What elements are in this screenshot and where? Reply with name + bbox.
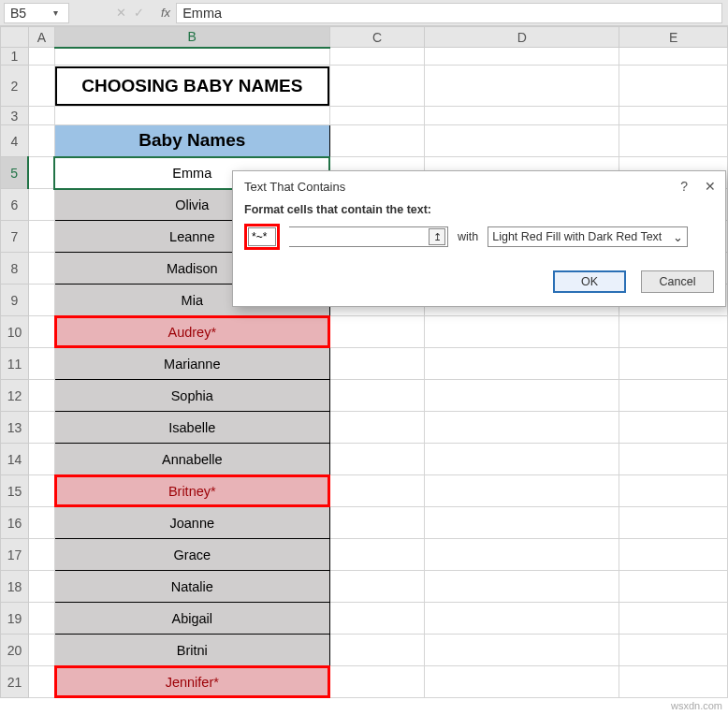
cell[interactable]: [28, 125, 54, 157]
cell[interactable]: [28, 189, 54, 221]
col-header-A[interactable]: A: [28, 27, 54, 48]
cell[interactable]: [619, 48, 728, 66]
table-header-cell[interactable]: Baby Names: [54, 125, 329, 157]
cell[interactable]: [329, 125, 425, 157]
cell[interactable]: [28, 603, 54, 635]
row-header-1[interactable]: 1: [1, 48, 29, 66]
col-header-C[interactable]: C: [329, 27, 425, 48]
name-cell[interactable]: Audrey*: [54, 316, 329, 348]
cell[interactable]: [619, 107, 728, 125]
name-cell[interactable]: Britney*: [54, 475, 329, 507]
cell[interactable]: [619, 348, 728, 380]
cell[interactable]: [329, 603, 425, 635]
cell[interactable]: [619, 666, 728, 698]
cell[interactable]: [28, 412, 54, 444]
row-header-3[interactable]: 3: [1, 107, 29, 125]
cell[interactable]: [425, 107, 619, 125]
cell[interactable]: [329, 571, 425, 603]
row-header-9[interactable]: 9: [1, 285, 29, 316]
cell[interactable]: [28, 475, 54, 507]
cell[interactable]: [619, 475, 728, 507]
cell[interactable]: [329, 107, 425, 125]
name-cell[interactable]: Jennifer*: [54, 666, 329, 698]
cell[interactable]: [425, 475, 619, 507]
col-header-B[interactable]: B: [54, 27, 329, 48]
cell[interactable]: [425, 316, 619, 348]
row-header-7[interactable]: 7: [1, 221, 29, 253]
cell[interactable]: [28, 444, 54, 475]
row-header-18[interactable]: 18: [1, 571, 29, 603]
cell[interactable]: [28, 316, 54, 348]
cell[interactable]: [28, 507, 54, 539]
row-header-21[interactable]: 21: [1, 666, 29, 698]
cell[interactable]: [619, 603, 728, 635]
row-header-19[interactable]: 19: [1, 603, 29, 635]
cell[interactable]: [619, 444, 728, 475]
cell[interactable]: [329, 48, 425, 66]
row-header-5[interactable]: 5: [1, 157, 29, 189]
cell[interactable]: [329, 444, 425, 475]
row-header-12[interactable]: 12: [1, 380, 29, 412]
cell[interactable]: [619, 539, 728, 571]
cell[interactable]: [329, 635, 425, 666]
cell[interactable]: [329, 66, 425, 107]
cell[interactable]: [54, 107, 329, 125]
col-header-D[interactable]: D: [425, 27, 619, 48]
cell[interactable]: [28, 253, 54, 285]
row-header-8[interactable]: 8: [1, 253, 29, 285]
cell[interactable]: [54, 48, 329, 66]
row-header-10[interactable]: 10: [1, 316, 29, 348]
row-header-15[interactable]: 15: [1, 475, 29, 507]
cell[interactable]: [619, 66, 728, 107]
dialog-titlebar[interactable]: Text That Contains ? ✕: [233, 171, 725, 199]
contains-text-input-extend[interactable]: ↥: [289, 226, 448, 247]
cell[interactable]: [329, 412, 425, 444]
close-icon[interactable]: ✕: [705, 179, 716, 194]
cell[interactable]: [28, 157, 54, 189]
cell[interactable]: [28, 221, 54, 253]
row-header-16[interactable]: 16: [1, 507, 29, 539]
name-cell[interactable]: Isabelle: [54, 412, 329, 444]
cell[interactable]: [619, 125, 728, 157]
name-box[interactable]: B5 ▾: [4, 3, 69, 23]
name-cell[interactable]: Annabelle: [54, 444, 329, 475]
cell[interactable]: [28, 539, 54, 571]
cell[interactable]: [619, 571, 728, 603]
name-cell[interactable]: Sophia: [54, 380, 329, 412]
cell[interactable]: [619, 412, 728, 444]
title-cell[interactable]: CHOOSING BABY NAMES: [54, 66, 329, 107]
row-header-13[interactable]: 13: [1, 412, 29, 444]
cell[interactable]: [619, 635, 728, 666]
cell[interactable]: [425, 666, 619, 698]
row-header-11[interactable]: 11: [1, 348, 29, 380]
cell[interactable]: [425, 66, 619, 107]
cell[interactable]: [329, 475, 425, 507]
cell[interactable]: [329, 316, 425, 348]
cell[interactable]: [425, 603, 619, 635]
select-all-corner[interactable]: [1, 27, 29, 48]
row-header-17[interactable]: 17: [1, 539, 29, 571]
cell[interactable]: [425, 444, 619, 475]
row-header-14[interactable]: 14: [1, 444, 29, 475]
row-header-6[interactable]: 6: [1, 189, 29, 221]
cell[interactable]: [619, 380, 728, 412]
cell[interactable]: [28, 380, 54, 412]
dialog-help-icon[interactable]: ?: [680, 179, 688, 194]
name-cell[interactable]: Grace: [54, 539, 329, 571]
cell[interactable]: [329, 666, 425, 698]
row-header-2[interactable]: 2: [1, 66, 29, 107]
formula-bar[interactable]: Emma: [176, 3, 722, 23]
cell[interactable]: [329, 348, 425, 380]
row-header-4[interactable]: 4: [1, 125, 29, 157]
format-select[interactable]: Light Red Fill with Dark Red Text ⌄: [488, 226, 688, 247]
cell[interactable]: [329, 539, 425, 571]
confirm-entry-icon[interactable]: ✓: [134, 6, 144, 20]
cell[interactable]: [28, 571, 54, 603]
ok-button[interactable]: OK: [553, 270, 626, 293]
name-cell[interactable]: Natalie: [54, 571, 329, 603]
row-header-20[interactable]: 20: [1, 635, 29, 666]
name-box-dropdown-icon[interactable]: ▾: [48, 7, 63, 18]
cell[interactable]: [329, 380, 425, 412]
cancel-entry-icon[interactable]: ✕: [116, 6, 126, 20]
cell[interactable]: [425, 48, 619, 66]
